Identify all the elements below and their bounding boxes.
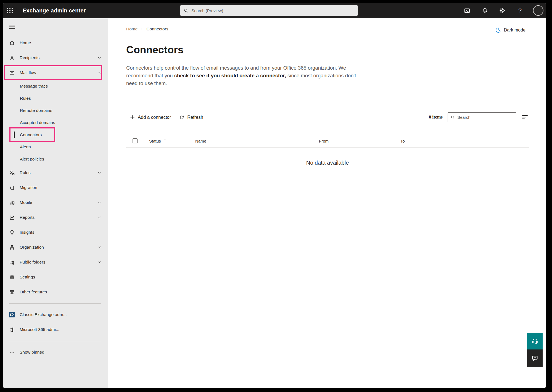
support-button[interactable] — [527, 333, 543, 349]
help-icon: ? — [518, 7, 522, 14]
chevron-up-icon — [97, 70, 102, 75]
sidebar-item-organization[interactable]: Organization — [3, 240, 108, 255]
hamburger-icon — [9, 24, 15, 29]
page-title: Connectors — [126, 44, 529, 56]
app-title: Exchange admin center — [23, 7, 86, 14]
sidebar-item-label: Public folders — [20, 260, 45, 265]
table-grid-icon — [9, 289, 15, 295]
select-all-checkbox[interactable] — [133, 138, 138, 143]
filter-icon — [522, 115, 528, 116]
selected-indicator — [14, 131, 15, 138]
bell-icon — [482, 7, 488, 14]
sidebar-item-reports[interactable]: Reports — [3, 210, 108, 225]
column-header-status[interactable]: Status — [149, 139, 195, 143]
line-chart-icon — [9, 214, 15, 220]
sidebar-item-other-features[interactable]: Other features — [3, 285, 108, 299]
search-icon — [184, 8, 189, 13]
sidebar-item-label: Home — [20, 40, 31, 45]
sidebar-item-settings[interactable]: Settings — [3, 270, 108, 285]
empty-state-message: No data available — [126, 160, 529, 166]
sidebar-item-label: Settings — [20, 275, 35, 280]
notifications-button[interactable] — [480, 6, 489, 15]
sidebar-item-migration[interactable]: Migration — [3, 180, 108, 195]
chevron-down-icon — [97, 260, 102, 264]
sidebar-item-alerts[interactable]: Alerts — [3, 141, 108, 153]
sidebar-item-alert-policies[interactable]: Alert policies — [3, 153, 108, 165]
global-search-input[interactable] — [191, 8, 354, 13]
column-header-name[interactable]: Name — [195, 139, 319, 143]
feedback-button[interactable] — [527, 349, 543, 367]
collapse-nav-button[interactable] — [3, 18, 108, 35]
sidebar-item-label: Remote domains — [20, 108, 52, 113]
sidebar-item-home[interactable]: Home — [3, 35, 108, 50]
app-window: Exchange admin center — [3, 3, 546, 388]
sidebar-item-recipients[interactable]: Recipients — [3, 50, 108, 65]
gear-icon — [499, 7, 506, 14]
plus-icon — [130, 115, 135, 120]
sidebar-item-label: Microsoft 365 admi... — [20, 327, 59, 332]
sidebar-item-public-folders[interactable]: Public folders — [3, 255, 108, 270]
dark-mode-toggle[interactable]: Dark mode — [495, 27, 525, 33]
mobile-devices-icon — [9, 199, 15, 206]
refresh-label: Refresh — [187, 115, 203, 120]
list-search-box[interactable] — [448, 112, 516, 122]
sidebar-item-label: Mobile — [20, 200, 32, 205]
breadcrumb-home-link[interactable]: Home — [126, 27, 138, 31]
sidebar-item-label: Alert policies — [20, 157, 44, 162]
sidebar-item-label: Roles — [20, 170, 31, 175]
headset-icon — [531, 338, 538, 345]
person-briefcase-icon — [9, 170, 15, 176]
person-icon — [9, 55, 15, 61]
main-content: Home Connectors Dark mode Connectors Con… — [108, 18, 546, 388]
column-header-from[interactable]: From — [319, 139, 400, 143]
sidebar-item-mobile[interactable]: Mobile — [3, 195, 108, 210]
list-search-input[interactable] — [457, 115, 513, 120]
sidebar-item-label: Other features — [20, 290, 47, 294]
settings-button[interactable] — [498, 6, 507, 15]
sidebar-item-label: Accepted domains — [20, 120, 55, 125]
sidebar-item-roles[interactable]: Roles — [3, 165, 108, 180]
sidebar-item-label: Reports — [20, 215, 35, 220]
add-connector-button[interactable]: Add a connector — [130, 115, 171, 120]
global-search-box[interactable] — [180, 5, 358, 16]
sidebar-item-microsoft-365-admin[interactable]: Microsoft 365 admi... — [3, 322, 108, 337]
chevron-down-icon — [97, 56, 102, 60]
sidebar-item-label: Message trace — [20, 84, 48, 89]
lightbulb-icon — [9, 229, 15, 235]
sidebar-item-message-trace[interactable]: Message trace — [3, 80, 108, 92]
svg-text:E: E — [10, 313, 12, 317]
sidebar-item-classic-exchange-admin[interactable]: E Classic Exchange adm... — [3, 307, 108, 322]
search-icon — [451, 115, 455, 120]
floating-buttons — [527, 333, 543, 367]
chevron-down-icon — [97, 170, 102, 175]
toolbar-commands: Add a connector Refresh — [126, 115, 203, 120]
column-label: Status — [149, 139, 161, 143]
items-count: 0 items — [429, 114, 443, 120]
sidebar-divider — [9, 303, 101, 304]
sidebar-item-connectors[interactable]: Connectors — [3, 129, 108, 141]
check-connector-link[interactable]: check to see if you should create a conn… — [174, 73, 286, 78]
mail-flow-highlight-box — [4, 65, 102, 80]
cloud-shell-button[interactable] — [462, 6, 472, 15]
sidebar-item-label: Rules — [20, 96, 31, 101]
column-header-to[interactable]: To — [400, 139, 405, 143]
sidebar-item-rules[interactable]: Rules — [3, 92, 108, 104]
ellipsis-icon — [9, 349, 15, 355]
migration-document-icon — [9, 185, 15, 191]
refresh-button[interactable]: Refresh — [179, 115, 203, 120]
account-avatar[interactable] — [533, 5, 543, 16]
classic-exchange-logo-icon: E — [9, 312, 15, 318]
sidebar-item-show-pinned[interactable]: Show pinned — [3, 345, 108, 360]
help-button[interactable]: ? — [515, 6, 525, 15]
sidebar-item-remote-domains[interactable]: Remote domains — [3, 104, 108, 117]
filter-button[interactable] — [521, 114, 529, 120]
sidebar-divider — [9, 341, 101, 341]
sidebar-item-accepted-domains[interactable]: Accepted domains — [3, 117, 108, 129]
sidebar-item-label: Show pinned — [20, 350, 44, 355]
app-launcher-button[interactable] — [3, 3, 17, 18]
sidebar-item-insights[interactable]: Insights — [3, 225, 108, 240]
chevron-down-icon — [97, 200, 102, 205]
chevron-right-icon — [140, 27, 144, 31]
page-description: Connectors help control the flow of emai… — [126, 64, 361, 87]
sidebar-item-mail-flow[interactable]: Mail flow — [3, 65, 108, 80]
